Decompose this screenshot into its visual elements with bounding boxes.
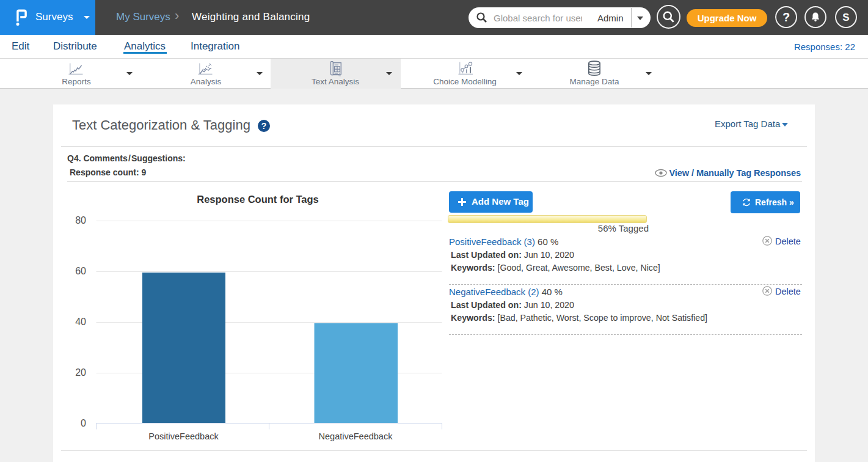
svg-text:Response Count for Tags: Response Count for Tags (197, 194, 319, 205)
svg-text:20: 20 (75, 367, 86, 378)
svg-text:60: 60 (75, 266, 86, 276)
svg-text:PositiveFeedback: PositiveFeedback (148, 431, 219, 441)
svg-text:NegativeFeedback: NegativeFeedback (319, 431, 393, 441)
svg-text:0: 0 (81, 418, 86, 428)
svg-text:40: 40 (75, 317, 86, 327)
svg-text:80: 80 (75, 215, 86, 226)
